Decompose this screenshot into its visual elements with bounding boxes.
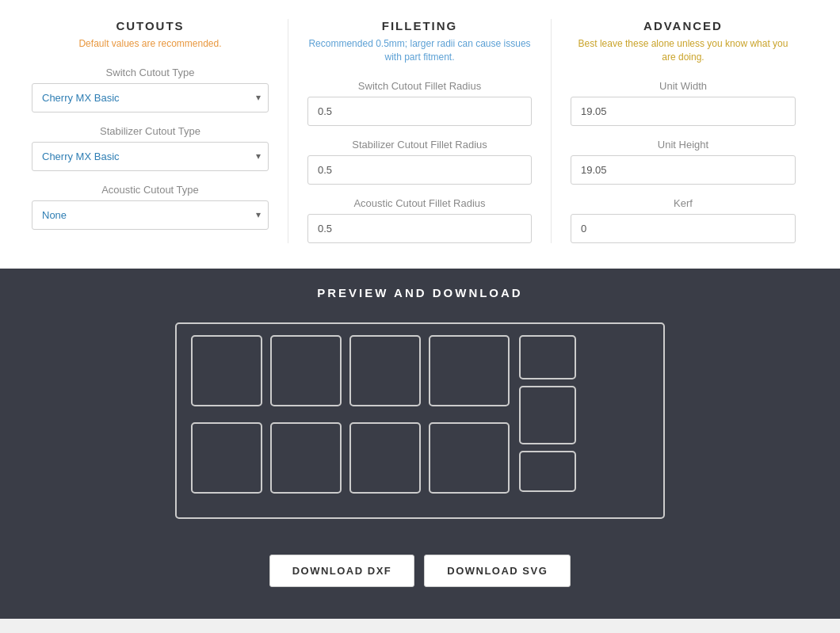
svg-rect-9 <box>271 423 341 493</box>
svg-rect-1 <box>192 336 262 406</box>
advanced-title: ADVANCED <box>571 19 796 32</box>
svg-rect-5 <box>520 336 575 379</box>
download-row: DOWNLOAD DXF DOWNLOAD SVG <box>0 555 840 587</box>
unit-width-input[interactable] <box>571 97 796 126</box>
svg-rect-4 <box>430 336 509 406</box>
filleting-column: FILLETING Recommended 0.5mm; larger radi… <box>288 19 552 243</box>
svg-rect-6 <box>520 387 575 444</box>
switch-cutout-select[interactable]: Cherry MX Basic Cherry MX Alps None <box>32 83 269 112</box>
acoustic-cutout-select[interactable]: None Standard <box>32 200 269 230</box>
bottom-panel: PREVIEW AND DOWNLOAD <box>0 269 840 619</box>
keyboard-preview-svg <box>174 322 666 520</box>
advanced-subtitle: Best leave these alone unless you know w… <box>571 37 796 64</box>
svg-rect-11 <box>430 423 509 493</box>
acoustic-cutout-label: Acoustic Cutout Type <box>32 184 269 196</box>
switch-cutout-wrapper: Cherry MX Basic Cherry MX Alps None ▾ <box>32 83 269 112</box>
preview-area <box>0 314 840 536</box>
download-dxf-button[interactable]: DOWNLOAD DXF <box>269 555 415 587</box>
kerf-label: Kerf <box>571 197 796 209</box>
cutouts-subtitle: Default values are recommended. <box>32 37 269 51</box>
acoustic-fillet-input[interactable] <box>307 214 532 243</box>
stab-cutout-label: Stabilizer Cutout Type <box>32 125 269 137</box>
switch-fillet-label: Switch Cutout Fillet Radius <box>307 80 532 92</box>
stab-cutout-select[interactable]: Cherry MX Basic Cherry MX None <box>32 142 269 171</box>
svg-rect-10 <box>350 423 420 493</box>
svg-rect-3 <box>350 336 420 406</box>
filleting-subtitle: Recommended 0.5mm; larger radii can caus… <box>307 37 532 64</box>
stab-fillet-label: Stabilizer Cutout Fillet Radius <box>307 139 532 151</box>
svg-rect-8 <box>192 423 262 493</box>
unit-height-label: Unit Height <box>571 139 796 151</box>
svg-rect-2 <box>271 336 341 406</box>
acoustic-cutout-wrapper: None Standard ▾ <box>32 200 269 230</box>
svg-rect-7 <box>520 452 575 491</box>
unit-height-input[interactable] <box>571 155 796 185</box>
kerf-input[interactable] <box>571 214 796 243</box>
download-svg-button[interactable]: DOWNLOAD SVG <box>424 555 571 587</box>
stab-fillet-input[interactable] <box>307 155 532 185</box>
filleting-title: FILLETING <box>307 19 532 32</box>
switch-fillet-input[interactable] <box>307 97 532 126</box>
unit-width-label: Unit Width <box>571 80 796 92</box>
cutouts-column: CUTOUTS Default values are recommended. … <box>25 19 288 243</box>
acoustic-fillet-label: Acoustic Cutout Fillet Radius <box>307 197 532 209</box>
top-panel: CUTOUTS Default values are recommended. … <box>0 0 840 269</box>
stab-cutout-wrapper: Cherry MX Basic Cherry MX None ▾ <box>32 142 269 171</box>
switch-cutout-label: Switch Cutout Type <box>32 67 269 78</box>
preview-title: PREVIEW AND DOWNLOAD <box>0 269 840 314</box>
cutouts-title: CUTOUTS <box>32 19 269 32</box>
advanced-column: ADVANCED Best leave these alone unless y… <box>552 19 815 243</box>
